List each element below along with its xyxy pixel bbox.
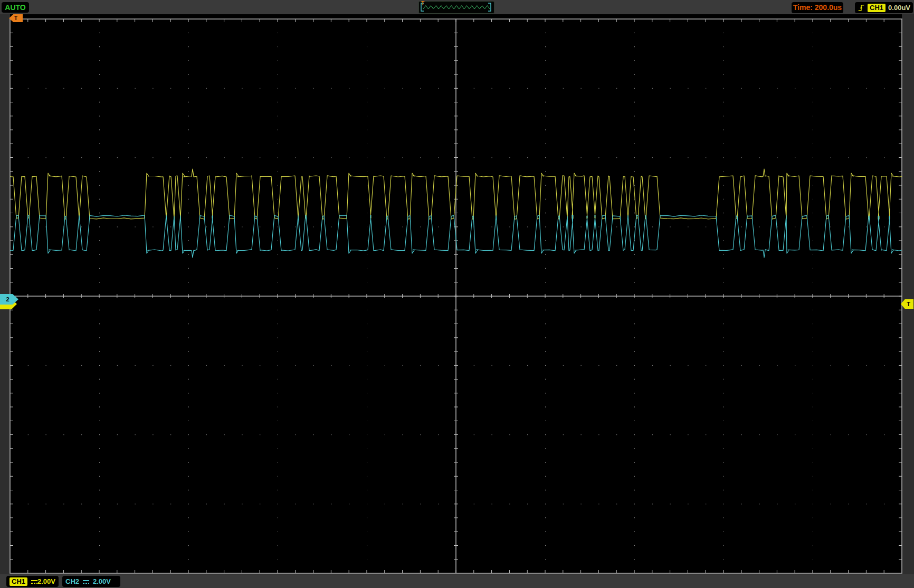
ch1-coupling-icon xyxy=(31,579,34,584)
oscilloscope-ui: AUTO T Time: 200.0us CH1 0.00uV T 2 T CH… xyxy=(0,0,914,588)
oscilloscope-display: T 2 T xyxy=(0,14,914,574)
timebase-readout[interactable]: Time: 200.0us xyxy=(792,2,843,13)
trigger-edge-icon xyxy=(858,3,865,13)
preview-waveform-icon xyxy=(419,2,493,12)
trigger-level-readout: 0.00uV xyxy=(888,4,910,12)
acquisition-mode-badge: AUTO xyxy=(2,2,29,13)
ch2-coupling-icon xyxy=(82,579,90,584)
trigger-position-preview[interactable]: T xyxy=(418,1,494,14)
preview-window-brackets xyxy=(421,3,491,11)
ch1-badge: CH1 xyxy=(9,577,27,586)
ch1-status-group[interactable]: CH1 2.00V xyxy=(6,576,59,587)
ch2-status-group[interactable]: CH2 2.00V xyxy=(62,576,120,587)
channel-status-bar: CH1 2.00V CH2 2.00V xyxy=(0,574,914,588)
ch2-scale-readout: 2.00V xyxy=(93,577,111,585)
preview-wave xyxy=(423,6,490,10)
trigger-readout-group[interactable]: CH1 0.00uV xyxy=(855,2,913,13)
trigger-source-badge: CH1 xyxy=(868,4,886,12)
ch1-scale-readout: 2.00V xyxy=(37,577,55,585)
top-status-bar: AUTO T Time: 200.0us CH1 0.00uV xyxy=(0,0,914,14)
ch2-label: CH2 xyxy=(65,577,79,585)
graticule-and-traces xyxy=(0,14,914,574)
preview-trigger-marker: T xyxy=(421,1,424,6)
